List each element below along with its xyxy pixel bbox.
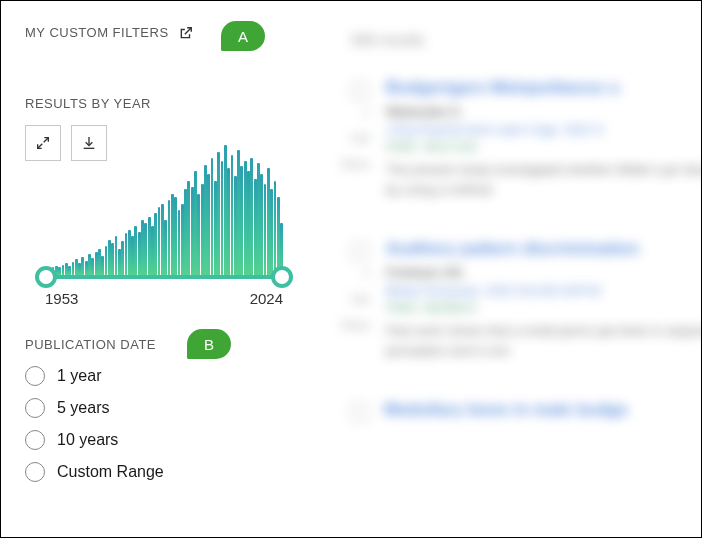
pubdate-option-label: Custom Range — [57, 463, 164, 481]
pubdate-option-5-years[interactable]: 5 years — [25, 398, 293, 418]
histogram-bar — [101, 256, 104, 276]
year-start-label: 1953 — [45, 290, 78, 307]
histogram-bar — [134, 226, 137, 275]
histogram-bar — [121, 241, 124, 275]
pubdate-option-10-years[interactable]: 10 years — [25, 430, 293, 450]
filters-sidebar: MY CUSTOM FILTERS A RESULTS BY YEAR 1953 — [1, 1, 311, 537]
external-link-icon[interactable] — [179, 26, 193, 40]
radio-icon — [25, 398, 45, 418]
cite-button[interactable]: Cite — [350, 132, 370, 144]
result-body: Auditory pattern discrimination Fishbein… — [386, 239, 702, 360]
pubdate-option-custom-range[interactable]: Custom Range — [25, 462, 293, 482]
year-slider-track[interactable] — [45, 275, 283, 279]
result-snippet: Past work shows that a small parrot spe … — [386, 321, 702, 360]
histogram-bar — [111, 243, 114, 276]
result-item: 1 Cite Share Budgerigars Melopsittacus u… — [351, 78, 702, 199]
result-source: J Exp Psychol Anim Learn Cogn. 2022 O — [386, 123, 702, 137]
histogram-bar — [178, 210, 181, 275]
results-by-year-heading: RESULTS BY YEAR — [25, 96, 293, 111]
histogram-bar — [174, 197, 177, 275]
result-pmid: PMID: 36227108 — [386, 140, 702, 154]
result-title-link[interactable]: Medullary bone in male budge — [384, 400, 702, 420]
histogram-bar — [187, 181, 190, 275]
radio-icon — [25, 430, 45, 450]
result-item: 2 Cite Share Auditory pattern discrimina… — [351, 239, 702, 360]
year-end-label: 2024 — [250, 290, 283, 307]
result-snippet: The present study investigated whether M… — [386, 160, 702, 199]
publication-date-options: 1 year 5 years 10 years Custom Range — [25, 366, 293, 482]
histogram-bar — [227, 168, 230, 275]
histogram-bar — [81, 257, 84, 275]
pubdate-option-1-year[interactable]: 1 year — [25, 366, 293, 386]
year-slider-handle-end[interactable] — [271, 266, 293, 288]
result-checkbox[interactable] — [351, 82, 368, 99]
result-pmid: PMID: 36038023 — [386, 301, 702, 315]
histogram-bar — [207, 174, 210, 275]
result-side-actions: 1 Cite Share — [340, 106, 370, 199]
histogram-bar — [260, 174, 263, 275]
histogram-bars — [45, 145, 283, 275]
histogram-bar — [154, 213, 157, 275]
results-count: 589 results — [351, 31, 702, 48]
result-authors: Fishbein AR. — [386, 265, 702, 280]
histogram-bar — [217, 152, 220, 276]
histogram-bar — [125, 233, 128, 275]
histogram-bar — [221, 161, 224, 275]
result-body: Budgerigars Melopsittacus u Watanabe S. … — [386, 78, 702, 199]
result-index: 1 — [364, 106, 370, 118]
result-checkbox[interactable] — [351, 404, 368, 421]
result-source: Behav Processes. 2022 Oct;202:104742 — [386, 284, 702, 298]
histogram-bar — [240, 166, 243, 275]
radio-icon — [25, 366, 45, 386]
result-index: 2 — [364, 267, 370, 279]
share-button[interactable]: Share — [341, 319, 370, 331]
my-custom-filters-label: MY CUSTOM FILTERS — [25, 25, 169, 40]
annotation-badge-a: A — [221, 21, 265, 51]
radio-icon — [25, 462, 45, 482]
result-side-actions: 2 Cite Share — [340, 267, 370, 360]
histogram-bar — [164, 220, 167, 275]
pubdate-option-label: 1 year — [57, 367, 101, 385]
search-results-blurred: 589 results 1 Cite Share Budgerigars Mel… — [331, 1, 702, 537]
histogram-bar — [115, 236, 118, 275]
histogram-bar — [197, 194, 200, 275]
publication-date-section: PUBLICATION DATE B 1 year 5 years 10 yea… — [25, 337, 293, 482]
results-by-year-section: RESULTS BY YEAR 1953 2024 — [25, 96, 293, 305]
results-by-year-chart: 1953 2024 — [25, 135, 293, 305]
result-body: Medullary bone in male budge — [384, 400, 702, 426]
histogram-bar — [274, 181, 277, 275]
histogram-bar — [58, 267, 61, 275]
year-slider-handle-start[interactable] — [35, 266, 57, 288]
share-button[interactable]: Share — [341, 158, 370, 170]
histogram-bar — [250, 158, 253, 275]
result-authors: Watanabe S. — [386, 104, 702, 119]
result-checkbox[interactable] — [351, 243, 368, 260]
histogram-bar — [91, 258, 94, 275]
result-title-link[interactable]: Budgerigars Melopsittacus u — [386, 78, 702, 98]
result-title-link[interactable]: Auditory pattern discrimination — [386, 239, 702, 259]
histogram-bar — [68, 266, 71, 275]
histogram-bar — [144, 223, 147, 275]
annotation-badge-b: B — [187, 329, 231, 359]
histogram-bar — [168, 200, 171, 275]
year-axis-labels: 1953 2024 — [45, 290, 283, 307]
cite-button[interactable]: Cite — [350, 293, 370, 305]
histogram-bar — [62, 265, 65, 275]
pubdate-option-label: 5 years — [57, 399, 109, 417]
histogram-bar — [231, 155, 234, 275]
histogram-bar — [72, 262, 75, 275]
result-item: Medullary bone in male budge — [351, 400, 702, 426]
pubdate-option-label: 10 years — [57, 431, 118, 449]
histogram-bar — [270, 189, 273, 275]
publication-date-heading: PUBLICATION DATE — [25, 337, 293, 352]
